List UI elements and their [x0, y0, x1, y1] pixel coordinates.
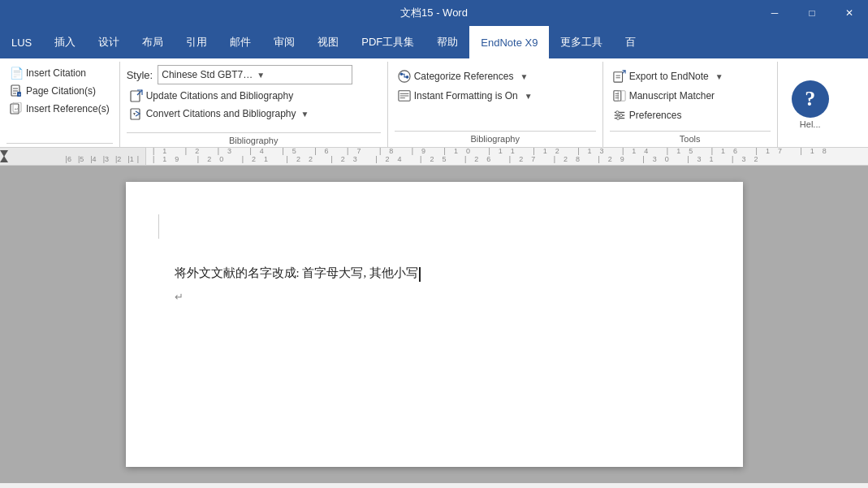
- close-button[interactable]: ✕: [831, 0, 868, 26]
- instant-formatting-arrow: ▼: [525, 92, 533, 101]
- minimize-button[interactable]: ─: [756, 0, 793, 26]
- menu-item-mailings[interactable]: 邮件: [218, 26, 262, 58]
- ruler-tick-6: |6: [66, 155, 71, 163]
- style-dropdown-value: Chinese Std GBT7714 (numer...: [162, 69, 253, 80]
- insert-citation-button[interactable]: 📄 Insert Citation: [6, 65, 113, 81]
- categorize-icon: [398, 70, 411, 83]
- ruler-tick-5: |5: [78, 155, 84, 163]
- menu-item-plus[interactable]: LUS: [0, 26, 43, 58]
- export-endnote-button[interactable]: Export to EndNote ▼: [610, 68, 771, 84]
- svg-point-14: [399, 73, 403, 76]
- preferences-label: Preferences: [629, 110, 682, 121]
- manuscript-matcher-label: Manuscript Matcher: [629, 90, 715, 101]
- doc-text: 将外文文献的名字改成: 首字母大写, 其他小写: [175, 266, 418, 279]
- ribbon-section-citations: 📄 Insert Citation + Page Citation(s): [0, 62, 120, 147]
- menu-item-view[interactable]: 视图: [306, 26, 350, 58]
- categorize-arrow: ▼: [520, 72, 528, 81]
- top-space: [175, 214, 694, 263]
- help-icon-text: ?: [805, 87, 815, 111]
- citations-divider: [6, 143, 113, 144]
- window-controls: ─ □ ✕: [756, 0, 868, 26]
- svg-point-31: [620, 114, 623, 117]
- menu-item-pdf[interactable]: PDF工具集: [350, 26, 425, 58]
- ruler-tick-3: |3: [103, 155, 109, 163]
- export-endnote-label: Export to EndNote: [629, 71, 709, 82]
- ruler-left: |6 |5 |4 |3 |2 |1 |: [0, 148, 146, 165]
- convert-citations-label: Convert Citations and Bibliography: [146, 108, 296, 119]
- svg-text:↩: ↩: [15, 106, 18, 111]
- export-endnote-icon: [613, 70, 626, 83]
- ribbon-section-help: ? Hel...: [778, 62, 843, 147]
- ruler: |6 |5 |4 |3 |2 |1 | |1 |2 |3 |4 |5 |6 |7…: [0, 148, 868, 166]
- ruler-tick-2: |2: [115, 155, 121, 163]
- svg-text:▼: ▼: [132, 111, 136, 116]
- svg-point-30: [615, 111, 619, 114]
- update-citations-button[interactable]: Update Citations and Bibliography: [127, 88, 381, 104]
- ribbon-section-categorize: Categorize References ▼ Instant Formatti…: [388, 62, 603, 147]
- categorize-section-label: Bibliography: [395, 132, 596, 144]
- instant-formatting-icon: [398, 89, 411, 102]
- page-citation-label: Page Citation(s): [26, 85, 96, 97]
- ruler-tick-4: |4: [90, 155, 96, 163]
- page-citation-icon: +: [10, 84, 23, 97]
- svg-rect-9: [131, 91, 140, 101]
- menu-item-design[interactable]: 设计: [87, 26, 131, 58]
- document-area: 将外文文献的名字改成: 首字母大写, 其他小写 ↵: [0, 166, 868, 483]
- ribbon-section-style-bib: Style: Chinese Std GBT7714 (numer... ▼ U…: [120, 62, 388, 147]
- instant-formatting-label: Instant Formatting is On: [414, 90, 518, 101]
- style-label: Style:: [127, 69, 153, 81]
- menu-item-insert[interactable]: 插入: [43, 26, 87, 58]
- menu-item-help[interactable]: 帮助: [425, 26, 469, 58]
- document-page[interactable]: 将外文文献的名字改成: 首字母大写, 其他小写 ↵: [126, 182, 743, 467]
- menu-item-moretools[interactable]: 更多工具: [549, 26, 614, 58]
- title-text: 文档15 - Word: [400, 6, 468, 20]
- insert-reference-label: Insert Reference(s): [26, 103, 110, 114]
- menu-item-references[interactable]: 引用: [175, 26, 218, 58]
- bibliography-label: Bibliography: [127, 133, 381, 145]
- categorize-button[interactable]: Categorize References ▼: [395, 68, 596, 84]
- menu-item-layout[interactable]: 布局: [131, 26, 175, 58]
- insert-citation-icon: 📄: [10, 67, 23, 80]
- ribbon: 📄 Insert Citation + Page Citation(s): [0, 58, 868, 148]
- preferences-icon: [613, 109, 626, 122]
- svg-text:+: +: [19, 92, 21, 97]
- svg-rect-23: [618, 91, 625, 101]
- paragraph-container: ↵: [175, 289, 694, 304]
- update-citations-icon: [130, 89, 143, 102]
- text-cursor: [419, 267, 421, 282]
- update-citations-label: Update Citations and Bibliography: [146, 90, 293, 101]
- ruler-tick-1: |1: [127, 155, 133, 163]
- ruler-indent-bottom[interactable]: [0, 156, 8, 162]
- preferences-button[interactable]: Preferences: [610, 107, 771, 123]
- paragraph-mark: ↵: [175, 291, 184, 303]
- insert-reference-icon: ↩: [10, 102, 23, 115]
- help-label: Hel...: [800, 119, 821, 129]
- maximize-button[interactable]: □: [793, 0, 831, 26]
- menu-item-endnote[interactable]: EndNote X9: [469, 26, 549, 58]
- tools-section-label: Tools: [610, 132, 771, 144]
- manuscript-matcher-button[interactable]: Manuscript Matcher: [610, 88, 771, 104]
- convert-citations-arrow: ▼: [300, 110, 309, 119]
- ruler-ticks-right: |1 |2 |3 |4 |5 |6 |7 |8 |9 |10 |11 |12 |…: [146, 148, 868, 163]
- margin-indicator: [158, 214, 160, 239]
- help-button[interactable]: ?: [792, 80, 829, 118]
- insert-reference-button[interactable]: ↩ Insert Reference(s): [6, 101, 113, 117]
- instant-formatting-button[interactable]: Instant Formatting is On ▼: [395, 88, 596, 104]
- page-citation-button[interactable]: + Page Citation(s): [6, 83, 113, 99]
- svg-point-32: [616, 117, 620, 120]
- style-dropdown-arrow: ▼: [257, 71, 348, 80]
- convert-citations-button[interactable]: ▼ Convert Citations and Bibliography ▼: [127, 106, 381, 122]
- insert-citation-label: Insert Citation: [26, 67, 86, 79]
- ribbon-section-tools: Export to EndNote ▼ Manuscript Matcher: [603, 62, 778, 147]
- ruler-tick-end: |: [137, 155, 139, 163]
- style-dropdown[interactable]: Chinese Std GBT7714 (numer... ▼: [158, 65, 352, 84]
- citations-content: 📄 Insert Citation + Page Citation(s): [6, 65, 113, 143]
- svg-rect-19: [614, 72, 623, 82]
- menu-item-bai[interactable]: 百: [614, 26, 647, 58]
- document-content[interactable]: 将外文文献的名字改成: 首字母大写, 其他小写: [175, 263, 694, 283]
- ruler-right: |1 |2 |3 |4 |5 |6 |7 |8 |9 |10 |11 |12 |…: [146, 148, 868, 165]
- svg-point-13: [405, 76, 408, 79]
- manuscript-matcher-icon: [613, 89, 626, 102]
- categorize-label: Categorize References: [414, 71, 514, 82]
- menu-item-review[interactable]: 审阅: [262, 26, 306, 58]
